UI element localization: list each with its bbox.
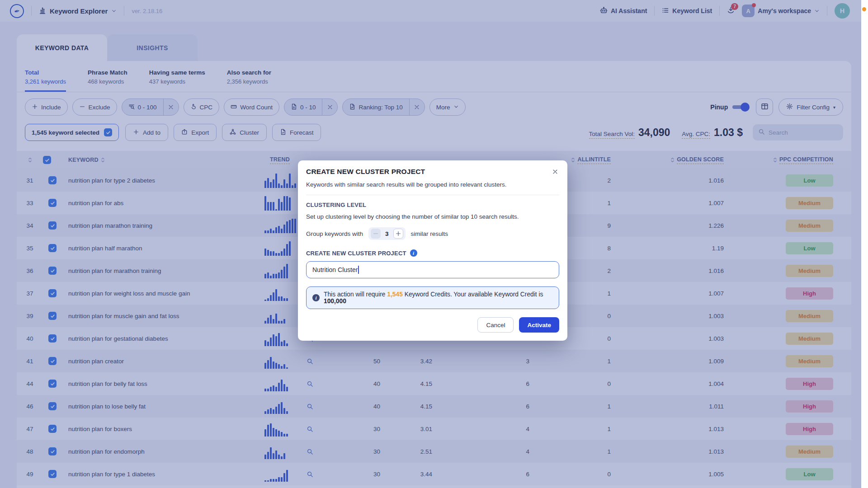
clustering-level-heading: CLUSTERING LEVEL — [306, 202, 559, 208]
credits-required: 1,545 — [387, 291, 403, 298]
similar-results-stepper: 3 — [368, 227, 406, 240]
scroll-marker-dot — [862, 7, 866, 11]
close-icon[interactable] — [551, 168, 559, 177]
cancel-button[interactable]: Cancel — [477, 317, 514, 333]
project-name-label: CREATE NEW CLUSTER PROJECT — [306, 250, 406, 257]
modal-title: CREATE NEW CLUSTER PROJECT — [306, 168, 425, 176]
info-icon: i — [410, 249, 417, 257]
stepper-suffix: similar results — [411, 230, 448, 237]
browser-scrollbar[interactable] — [861, 0, 868, 488]
stepper-value: 3 — [385, 230, 389, 237]
create-cluster-modal: CREATE NEW CLUSTER PROJECT Keywords with… — [298, 160, 567, 341]
project-name-input[interactable]: Nutrition Cluster — [306, 261, 559, 278]
activate-button[interactable]: Activate — [519, 317, 559, 333]
stepper-prefix: Group keywords with — [306, 230, 363, 237]
clustering-level-description: Set up clustering level by choosing the … — [306, 213, 559, 220]
modal-subtitle: Keywords with similar search results wil… — [306, 181, 559, 188]
stepper-decrease-button[interactable] — [371, 229, 381, 239]
divider — [306, 195, 559, 195]
app-window: ✒ Keyword Explorer ver. 2.18.16 AI Assis… — [0, 0, 868, 488]
credits-info-banner: i This action will require 1,545 Keyword… — [306, 286, 559, 309]
info-icon: i — [312, 294, 320, 301]
text-caret — [358, 266, 359, 274]
project-name-value: Nutrition Cluster — [312, 266, 358, 273]
stepper-increase-button[interactable] — [393, 229, 403, 239]
clustering-level-control: Group keywords with 3 similar results — [306, 227, 559, 240]
credits-available: 100,000 — [324, 298, 346, 305]
